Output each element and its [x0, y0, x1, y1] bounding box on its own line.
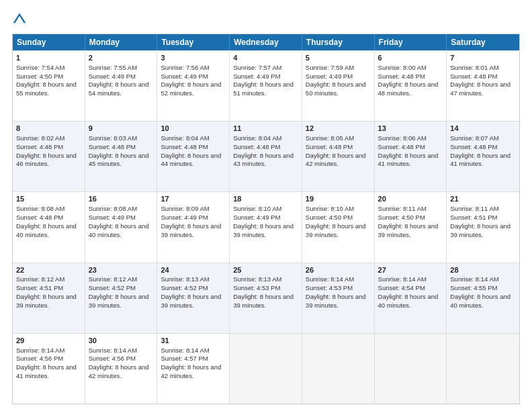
cal-cell: 20 Sunrise: 8:11 AM Sunset: 4:50 PM Dayl… [375, 192, 447, 262]
cell-day: 23 [89, 265, 154, 275]
cal-cell: 15 Sunrise: 8:08 AM Sunset: 4:48 PM Dayl… [13, 192, 85, 262]
cell-day: 11 [233, 124, 298, 134]
cal-header-cell: Tuesday [157, 34, 230, 50]
cell-sunset: Sunset: 4:57 PM [161, 355, 226, 363]
cal-cell [230, 334, 302, 404]
cell-sunrise: Sunrise: 8:05 AM [306, 134, 371, 143]
cal-cell: 2 Sunrise: 7:55 AM Sunset: 4:49 PM Dayli… [85, 51, 158, 121]
logo [12, 12, 27, 27]
cell-day: 6 [378, 53, 443, 63]
cell-sunset: Sunset: 4:52 PM [89, 284, 154, 293]
cal-header-cell: Saturday [447, 34, 519, 50]
cell-daylight: Daylight: 8 hours and 41 minutes. [378, 152, 443, 169]
cell-day: 9 [89, 124, 154, 134]
cell-sunset: Sunset: 4:48 PM [89, 143, 154, 152]
cell-daylight: Daylight: 8 hours and 39 minutes. [378, 222, 443, 240]
cal-cell: 10 Sunrise: 8:04 AM Sunset: 4:48 PM Dayl… [157, 122, 230, 191]
cell-sunset: Sunset: 4:48 PM [306, 143, 371, 152]
cell-sunset: Sunset: 4:48 PM [16, 143, 81, 152]
logo-icon [12, 12, 27, 27]
cell-sunrise: Sunrise: 8:08 AM [16, 205, 81, 214]
cell-sunrise: Sunrise: 8:13 AM [233, 275, 298, 284]
cell-sunset: Sunset: 4:48 PM [450, 143, 516, 152]
cell-daylight: Daylight: 8 hours and 39 minutes. [306, 293, 371, 310]
cell-daylight: Daylight: 8 hours and 40 minutes. [450, 293, 516, 310]
cell-sunset: Sunset: 4:48 PM [16, 214, 81, 222]
cell-sunrise: Sunrise: 7:55 AM [89, 64, 154, 73]
cell-daylight: Daylight: 8 hours and 42 minutes. [89, 363, 154, 381]
cell-day: 27 [378, 265, 443, 275]
cal-cell: 27 Sunrise: 8:14 AM Sunset: 4:54 PM Dayl… [375, 263, 447, 333]
cell-sunrise: Sunrise: 8:12 AM [89, 275, 154, 284]
cal-row: 29 Sunrise: 8:14 AM Sunset: 4:56 PM Dayl… [13, 333, 519, 404]
cal-cell: 12 Sunrise: 8:05 AM Sunset: 4:48 PM Dayl… [302, 122, 375, 191]
cell-sunrise: Sunrise: 8:13 AM [161, 275, 226, 284]
cell-daylight: Daylight: 8 hours and 39 minutes. [306, 222, 371, 240]
cell-day: 29 [16, 336, 81, 346]
cal-cell: 16 Sunrise: 8:08 AM Sunset: 4:49 PM Dayl… [85, 192, 158, 262]
cell-daylight: Daylight: 8 hours and 39 minutes. [16, 293, 81, 310]
cell-daylight: Daylight: 8 hours and 54 minutes. [89, 81, 154, 98]
cell-daylight: Daylight: 8 hours and 39 minutes. [233, 222, 298, 240]
cal-cell: 4 Sunrise: 7:57 AM Sunset: 4:49 PM Dayli… [230, 51, 302, 121]
cell-sunset: Sunset: 4:56 PM [89, 355, 154, 363]
cell-daylight: Daylight: 8 hours and 48 minutes. [378, 81, 443, 98]
cell-day: 10 [161, 124, 226, 134]
cell-day: 16 [89, 194, 154, 204]
calendar: SundayMondayTuesdayWednesdayThursdayFrid… [12, 34, 520, 404]
cell-sunrise: Sunrise: 8:11 AM [450, 205, 516, 214]
page: SundayMondayTuesdayWednesdayThursdayFrid… [0, 0, 532, 411]
cell-sunset: Sunset: 4:49 PM [161, 214, 226, 222]
calendar-body: 1 Sunrise: 7:54 AM Sunset: 4:50 PM Dayli… [13, 50, 519, 404]
cell-day: 31 [161, 336, 226, 346]
cal-cell: 5 Sunrise: 7:59 AM Sunset: 4:49 PM Dayli… [302, 51, 375, 121]
cell-sunset: Sunset: 4:49 PM [233, 214, 298, 222]
cell-sunrise: Sunrise: 8:00 AM [378, 64, 443, 73]
cell-sunset: Sunset: 4:49 PM [89, 73, 154, 81]
cal-cell: 21 Sunrise: 8:11 AM Sunset: 4:51 PM Dayl… [447, 192, 519, 262]
calendar-header: SundayMondayTuesdayWednesdayThursdayFrid… [13, 34, 519, 50]
cell-day: 5 [306, 53, 371, 63]
cell-sunrise: Sunrise: 8:03 AM [89, 134, 154, 143]
cal-cell: 22 Sunrise: 8:12 AM Sunset: 4:51 PM Dayl… [13, 263, 85, 333]
cell-sunrise: Sunrise: 8:04 AM [233, 134, 298, 143]
cell-daylight: Daylight: 8 hours and 41 minutes. [450, 152, 516, 169]
cell-daylight: Daylight: 8 hours and 47 minutes. [450, 81, 516, 98]
cal-row: 1 Sunrise: 7:54 AM Sunset: 4:50 PM Dayli… [13, 50, 519, 121]
cell-sunrise: Sunrise: 7:54 AM [16, 64, 81, 73]
cell-sunset: Sunset: 4:49 PM [161, 73, 226, 81]
cell-sunset: Sunset: 4:49 PM [233, 73, 298, 81]
cell-sunrise: Sunrise: 7:56 AM [161, 64, 226, 73]
cell-daylight: Daylight: 8 hours and 39 minutes. [161, 222, 226, 240]
cal-cell: 29 Sunrise: 8:14 AM Sunset: 4:56 PM Dayl… [13, 334, 85, 404]
cell-day: 13 [378, 124, 443, 134]
cal-cell: 24 Sunrise: 8:13 AM Sunset: 4:52 PM Dayl… [157, 263, 230, 333]
cell-daylight: Daylight: 8 hours and 39 minutes. [89, 293, 154, 310]
cal-cell: 8 Sunrise: 8:02 AM Sunset: 4:48 PM Dayli… [13, 122, 85, 191]
cal-cell: 14 Sunrise: 8:07 AM Sunset: 4:48 PM Dayl… [447, 122, 519, 191]
cell-sunrise: Sunrise: 8:01 AM [450, 64, 516, 73]
cell-sunset: Sunset: 4:51 PM [450, 214, 516, 222]
cell-sunrise: Sunrise: 8:09 AM [161, 205, 226, 214]
cell-sunrise: Sunrise: 8:10 AM [233, 205, 298, 214]
cal-cell: 1 Sunrise: 7:54 AM Sunset: 4:50 PM Dayli… [13, 51, 85, 121]
cal-cell: 18 Sunrise: 8:10 AM Sunset: 4:49 PM Dayl… [230, 192, 302, 262]
cell-sunrise: Sunrise: 8:14 AM [378, 275, 443, 284]
cal-cell: 11 Sunrise: 8:04 AM Sunset: 4:48 PM Dayl… [230, 122, 302, 191]
cell-sunset: Sunset: 4:53 PM [306, 284, 371, 293]
cell-day: 17 [161, 194, 226, 204]
cell-day: 7 [450, 53, 516, 63]
cell-sunset: Sunset: 4:50 PM [16, 73, 81, 81]
cell-day: 22 [16, 265, 81, 275]
cell-sunrise: Sunrise: 8:04 AM [161, 134, 226, 143]
cell-sunset: Sunset: 4:50 PM [306, 214, 371, 222]
cal-cell: 28 Sunrise: 8:14 AM Sunset: 4:55 PM Dayl… [447, 263, 519, 333]
cell-sunrise: Sunrise: 8:14 AM [450, 275, 516, 284]
cell-sunset: Sunset: 4:49 PM [306, 73, 371, 81]
cell-daylight: Daylight: 8 hours and 51 minutes. [233, 81, 298, 98]
cell-daylight: Daylight: 8 hours and 45 minutes. [89, 152, 154, 169]
cell-daylight: Daylight: 8 hours and 46 minutes. [16, 152, 81, 169]
cell-day: 3 [161, 53, 226, 63]
cell-sunrise: Sunrise: 8:11 AM [378, 205, 443, 214]
cell-sunrise: Sunrise: 8:14 AM [89, 347, 154, 355]
